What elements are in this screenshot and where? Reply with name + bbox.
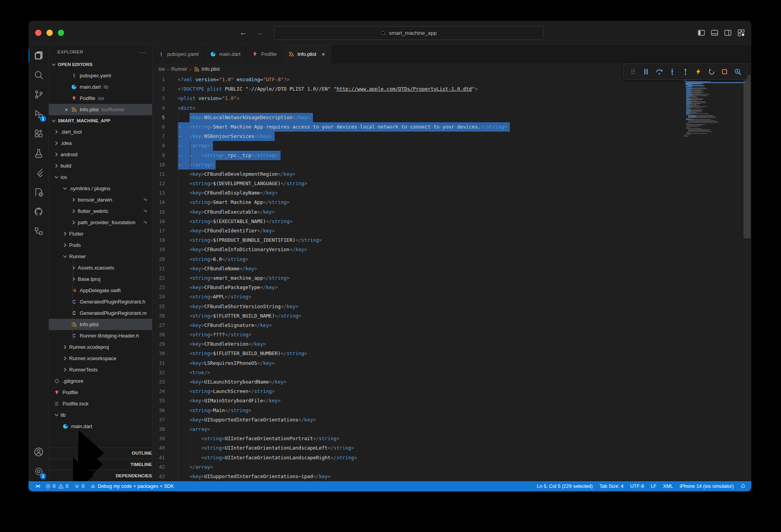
status-eol[interactable]: LF xyxy=(651,484,656,489)
stop-button[interactable] xyxy=(720,67,729,76)
code-line-7[interactable]: 7→<key>NSBonjourServices</key> xyxy=(152,132,751,141)
tree-item-Info.plist[interactable]: Info.plist xyxy=(49,319,152,330)
notifications-bell[interactable] xyxy=(740,484,746,489)
line-number[interactable]: 16 xyxy=(152,217,178,226)
line-number[interactable]: 27 xyxy=(152,321,178,330)
activity-testing[interactable] xyxy=(29,143,48,163)
line-number[interactable]: 2 xyxy=(152,84,178,94)
open-editor-pubspec.yaml[interactable]: !pubspec.yaml xyxy=(49,70,152,81)
drag-grip-button[interactable] xyxy=(629,67,637,76)
line-number[interactable]: 25 xyxy=(152,302,178,311)
code-line-40[interactable]: 40<string>UIInterfaceOrientationLandscap… xyxy=(152,443,751,453)
code-line-8[interactable]: 8→<array> xyxy=(152,141,751,150)
minimap[interactable] xyxy=(682,75,743,481)
project-section-header[interactable]: SMART_MACHINE_APP xyxy=(49,115,152,126)
remote-indicator[interactable]: >< xyxy=(36,484,39,489)
code-line-32[interactable]: 32<true/> xyxy=(152,368,751,377)
tree-item-Podfile.lock[interactable]: Podfile.lock xyxy=(49,398,152,409)
tab-pubspec.yaml[interactable]: !pubspec.yaml xyxy=(152,45,204,63)
tree-item-bonsoir_darwin[interactable]: bonsoir_darwin xyxy=(49,194,152,205)
line-number[interactable]: 33 xyxy=(152,377,178,387)
breadcrumb-item[interactable]: ios xyxy=(159,66,165,72)
breadcrumb-item[interactable]: Runner xyxy=(171,66,187,72)
code-line-39[interactable]: 39<string>UIInterfaceOrientationPortrait… xyxy=(152,434,751,443)
line-number[interactable]: 36 xyxy=(152,406,178,415)
tree-item-build[interactable]: build xyxy=(49,160,152,171)
code-line-9[interactable]: 9→→<string>_rpc._tcp</string> xyxy=(152,151,751,160)
activity-github[interactable] xyxy=(29,202,48,221)
toggle-primary-sidebar-button[interactable] xyxy=(697,29,705,37)
activity-search[interactable] xyxy=(29,65,48,85)
code-line-28[interactable]: 28<string>????</string> xyxy=(152,330,751,339)
tree-item-GeneratedPluginRegistrant.m[interactable]: CGeneratedPluginRegistrant.m xyxy=(49,307,152,319)
close-window-button[interactable] xyxy=(35,30,41,36)
code-line-13[interactable]: 13<key>CFBundleDisplayName</key> xyxy=(152,188,751,198)
line-number[interactable]: 1 xyxy=(152,75,178,84)
code-line-34[interactable]: 34<string>LaunchScreen</string> xyxy=(152,387,751,396)
code-line-19[interactable]: 19<key>CFBundleInfoDictionaryVersion</ke… xyxy=(152,245,751,254)
tree-item-path_provider_foundation[interactable]: path_provider_foundation xyxy=(49,217,152,228)
code-line-27[interactable]: 27<key>CFBundleSignature</key> xyxy=(152,321,751,330)
toggle-panel-button[interactable] xyxy=(710,29,718,37)
customize-layout-button[interactable] xyxy=(737,29,745,37)
tree-item-flutter_webrtc[interactable]: flutter_webrtc xyxy=(49,205,152,217)
code-line-25[interactable]: 25<key>CFBundleShortVersionString</key> xyxy=(152,302,751,311)
line-number[interactable]: 21 xyxy=(152,264,178,273)
code-line-26[interactable]: 26<string>$(FLUTTER_BUILD_NAME)</string> xyxy=(152,311,751,321)
activity-explorer[interactable] xyxy=(29,46,48,65)
line-number[interactable]: 15 xyxy=(152,207,178,217)
line-number[interactable]: 43 xyxy=(152,472,178,481)
activity-source-control[interactable] xyxy=(29,85,48,104)
step-into-button[interactable] xyxy=(668,67,677,76)
activity-references[interactable] xyxy=(29,221,48,241)
line-number[interactable]: 35 xyxy=(152,396,178,405)
line-number[interactable]: 28 xyxy=(152,330,178,339)
code-line-2[interactable]: 2<!DOCTYPE plist PUBLIC "-//Apple//DTD P… xyxy=(152,84,751,94)
panel-dependencies[interactable]: DEPENDENCIES xyxy=(49,470,152,481)
open-editors-header[interactable]: OPEN EDITORS xyxy=(49,59,152,70)
command-center-search[interactable]: smart_machine_app xyxy=(274,26,543,40)
line-number[interactable]: 34 xyxy=(152,387,178,396)
code-line-41[interactable]: 41<string>UIInterfaceOrientationLandscap… xyxy=(152,453,751,462)
tree-item-android[interactable]: android xyxy=(49,149,152,160)
forwarded-ports[interactable]: 0 xyxy=(74,484,84,489)
tree-item-RunnerTests[interactable]: RunnerTests xyxy=(49,364,152,375)
line-number[interactable]: 14 xyxy=(152,198,178,207)
line-number[interactable]: 40 xyxy=(152,443,178,453)
line-number[interactable]: 19 xyxy=(152,245,178,254)
line-number[interactable]: 17 xyxy=(152,226,178,236)
line-number[interactable]: 24 xyxy=(152,292,178,302)
status-device[interactable]: iPhone 14 (ios simulator) xyxy=(680,484,734,489)
line-number[interactable]: 6 xyxy=(152,122,178,132)
line-number[interactable]: 41 xyxy=(152,453,178,462)
code-line-5[interactable]: 5<key>NSLocalNetworkUsageDescription</ke… xyxy=(152,113,751,122)
back-button[interactable]: ← xyxy=(239,28,247,37)
tree-item-Pods[interactable]: Pods xyxy=(49,239,152,251)
code-line-37[interactable]: 37<key>UISupportedInterfaceOrientations<… xyxy=(152,415,751,425)
line-number[interactable]: 23 xyxy=(152,283,178,292)
code-line-10[interactable]: 10→</array> xyxy=(152,160,751,170)
activity-settings[interactable]: 1 xyxy=(29,462,48,481)
code-line-4[interactable]: 4<dict> xyxy=(152,104,751,113)
tab-Info.plist[interactable]: Info.plist× xyxy=(282,45,332,63)
status-encoding[interactable]: UTF-8 xyxy=(630,484,644,489)
open-editor-Podfile[interactable]: Podfileios xyxy=(49,93,152,104)
line-number[interactable]: 7 xyxy=(152,132,178,141)
code-line-38[interactable]: 38<array> xyxy=(152,425,751,434)
hot-reload-button[interactable] xyxy=(694,67,703,76)
open-editor-main.dart[interactable]: main.dartlib xyxy=(49,81,152,93)
status-cursor-position[interactable]: Ln 5, Col 5 (229 selected) xyxy=(537,484,593,489)
line-number[interactable]: 11 xyxy=(152,170,178,179)
line-number[interactable]: 18 xyxy=(152,236,178,245)
activity-code-settings[interactable] xyxy=(29,182,48,202)
restart-button[interactable] xyxy=(707,67,716,76)
line-number[interactable]: 38 xyxy=(152,425,178,434)
toggle-secondary-sidebar-button[interactable] xyxy=(724,29,732,37)
line-number[interactable]: 29 xyxy=(152,339,178,349)
activity-run-and-debug[interactable]: 1 xyxy=(29,104,48,124)
step-over-button[interactable] xyxy=(655,67,663,76)
tree-item-Runner.xcworkspace[interactable]: Runner.xcworkspace xyxy=(49,353,152,364)
code-line-18[interactable]: 18<string>$(PRODUCT_BUNDLE_IDENTIFIER)</… xyxy=(152,236,751,245)
tree-item-.gitignore[interactable]: .gitignore xyxy=(49,375,152,387)
line-number[interactable]: 39 xyxy=(152,434,178,443)
